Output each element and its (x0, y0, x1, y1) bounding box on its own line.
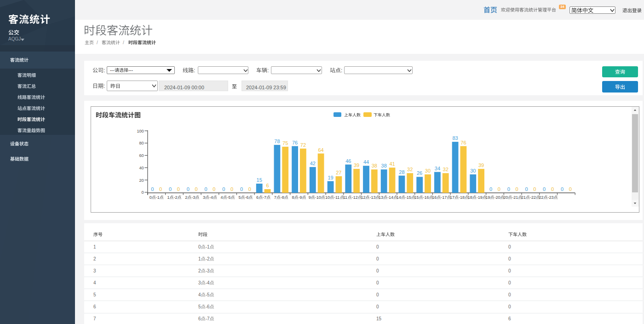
svg-text:40: 40 (139, 166, 144, 170)
svg-text:0: 0 (213, 186, 215, 192)
svg-text:1: 1 (167, 195, 170, 200)
svg-text:0: 0 (533, 186, 536, 192)
svg-text:-3: -3 (191, 195, 195, 200)
svg-text:75: 75 (282, 140, 288, 146)
svg-text:-12: -12 (352, 195, 358, 200)
svg-text:15: 15 (257, 177, 262, 183)
svg-text:-7: -7 (206, 316, 210, 321)
svg-text:6: 6 (198, 316, 201, 321)
svg-text:6: 6 (256, 195, 259, 200)
svg-text:3: 3 (93, 268, 96, 273)
svg-text:-23: -23 (548, 195, 554, 200)
svg-text:20: 20 (139, 178, 144, 183)
svg-text:0: 0 (177, 186, 180, 192)
svg-text:80: 80 (139, 141, 144, 145)
svg-text:-17: -17 (441, 195, 447, 200)
svg-text:-1: -1 (156, 195, 160, 200)
svg-text:38: 38 (381, 163, 387, 168)
svg-text:42: 42 (310, 161, 316, 166)
svg-text:-1: -1 (206, 244, 210, 249)
svg-text:20: 20 (503, 195, 508, 200)
svg-text:0: 0 (376, 292, 379, 297)
svg-text:/: / (97, 40, 98, 45)
svg-text:-5: -5 (227, 195, 231, 200)
svg-text:15: 15 (376, 316, 382, 321)
svg-text:0: 0 (508, 268, 511, 273)
svg-text:0: 0 (376, 244, 379, 249)
svg-text:6: 6 (508, 316, 511, 321)
svg-text:0: 0 (376, 256, 379, 261)
svg-text:28: 28 (399, 169, 404, 175)
svg-text:---: --- (110, 68, 115, 73)
svg-text:1: 1 (93, 244, 96, 249)
svg-text:-6: -6 (206, 304, 210, 309)
svg-text:2: 2 (185, 195, 187, 200)
svg-text:60: 60 (139, 153, 144, 158)
svg-text:-6: -6 (245, 195, 248, 200)
svg-text:21: 21 (521, 195, 526, 200)
svg-text:/: / (123, 40, 124, 45)
svg-text:0: 0 (376, 304, 379, 309)
svg-text:30: 30 (470, 168, 476, 174)
svg-text:3: 3 (203, 195, 205, 200)
svg-text:-11: -11 (334, 195, 339, 200)
svg-text:-3: -3 (206, 268, 210, 273)
svg-text:0: 0 (159, 186, 162, 192)
svg-text:34: 34 (435, 166, 440, 171)
svg-text:32: 32 (443, 167, 448, 172)
svg-text:6: 6 (266, 183, 269, 188)
svg-text:19: 19 (328, 175, 333, 180)
svg-text:39: 39 (478, 162, 484, 168)
svg-text:3: 3 (198, 280, 201, 285)
svg-text:0: 0 (498, 186, 500, 192)
svg-text:19: 19 (485, 195, 490, 200)
svg-text:76: 76 (460, 140, 466, 145)
svg-text:0: 0 (508, 256, 511, 261)
svg-text:11: 11 (343, 195, 347, 200)
svg-text:-22: -22 (530, 195, 536, 200)
svg-text:-10: -10 (315, 195, 321, 200)
svg-text:0: 0 (240, 186, 243, 192)
svg-text:-5: -5 (206, 292, 210, 297)
svg-text:5: 5 (238, 195, 241, 200)
svg-text:0: 0 (248, 186, 251, 192)
svg-text:0: 0 (169, 186, 172, 192)
svg-text:AQGJ: AQGJ (8, 36, 21, 41)
svg-text::: : (267, 67, 269, 74)
svg-text:-2: -2 (206, 256, 210, 261)
svg-text:41: 41 (389, 161, 395, 167)
svg-text:0: 0 (508, 304, 511, 309)
svg-text:0: 0 (195, 186, 198, 192)
svg-text:-15: -15 (405, 195, 411, 200)
svg-text:-4: -4 (206, 280, 210, 285)
svg-text:83: 83 (453, 135, 458, 141)
svg-text:14: 14 (397, 195, 401, 200)
svg-text:5: 5 (93, 292, 96, 297)
svg-text:30: 30 (425, 168, 431, 174)
svg-text:22: 22 (539, 195, 544, 200)
svg-text:78: 78 (274, 139, 280, 144)
svg-text:26: 26 (417, 170, 422, 176)
svg-text:32: 32 (407, 167, 413, 172)
svg-text:12: 12 (361, 195, 365, 200)
svg-text:76: 76 (292, 140, 298, 145)
svg-text:0: 0 (376, 280, 379, 285)
svg-text:38: 38 (372, 163, 377, 168)
svg-text:5: 5 (198, 304, 201, 309)
svg-text:-14: -14 (387, 195, 393, 200)
svg-text:-8: -8 (281, 195, 284, 200)
svg-text::: : (194, 67, 195, 74)
svg-text:-18: -18 (459, 195, 465, 200)
svg-text:6: 6 (93, 304, 96, 309)
svg-text:-7: -7 (263, 195, 266, 200)
svg-text:7: 7 (274, 195, 276, 200)
svg-text:0: 0 (187, 186, 190, 192)
svg-text:27: 27 (336, 170, 341, 175)
svg-text:---: --- (128, 68, 133, 73)
svg-text:-2: -2 (174, 195, 178, 200)
svg-text:4: 4 (198, 292, 201, 297)
svg-text:0: 0 (151, 186, 154, 192)
svg-text:0: 0 (508, 244, 511, 249)
svg-text:64: 64 (318, 147, 324, 153)
svg-text::: : (341, 67, 342, 74)
